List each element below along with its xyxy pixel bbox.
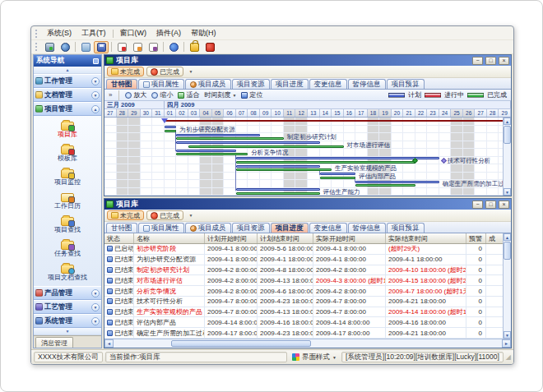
- scroll-down-button[interactable]: ▼: [504, 331, 511, 339]
- gantt-bar-plan[interactable]: [236, 157, 439, 159]
- tab-progress[interactable]: 项目进度: [271, 223, 309, 233]
- save-button[interactable]: [94, 41, 109, 53]
- fit-button[interactable]: 适合: [177, 90, 200, 99]
- tab-pauses[interactable]: 暂停信息: [348, 79, 386, 89]
- menu-help[interactable]: 帮助(H): [186, 27, 221, 39]
- tab-changes[interactable]: 变更信息: [309, 79, 347, 89]
- scrollbar-thumb[interactable]: [171, 340, 311, 347]
- tab-pauses[interactable]: 暂停信息: [348, 223, 386, 233]
- filter-finished-button[interactable]: 已完成: [146, 67, 183, 76]
- sidebar-group-product-management[interactable]: 产品管理▼: [34, 286, 101, 300]
- gantt-bar-actual[interactable]: [176, 137, 284, 140]
- filter-finished-button[interactable]: 已完成: [146, 210, 183, 220]
- minimize-button[interactable]: −: [472, 201, 483, 209]
- tab-properties[interactable]: 项目属性: [138, 223, 184, 233]
- menu-system[interactable]: 系统(S): [42, 27, 77, 39]
- tab-changes[interactable]: 变更信息: [309, 223, 347, 233]
- tab-message-management[interactable]: 消息管理: [35, 337, 73, 348]
- time-scale-button[interactable]: 时间刻度▼: [203, 90, 237, 99]
- gantt-bar-plan[interactable]: [236, 188, 320, 191]
- minimize-button[interactable]: −: [472, 57, 483, 65]
- tab-gantt[interactable]: 甘特图: [106, 223, 137, 233]
- close-button[interactable]: ×: [499, 201, 509, 209]
- sidebar-item-project-search[interactable]: 项目查找: [34, 217, 101, 233]
- gantt-bar-actual[interactable]: [236, 161, 415, 164]
- column-header-4[interactable]: 实际开始时间: [313, 233, 386, 243]
- column-header-2[interactable]: 计划开始时间: [205, 233, 258, 243]
- gantt-bar-plan[interactable]: [165, 126, 177, 128]
- pin-icon[interactable]: [93, 58, 99, 64]
- lock-button[interactable]: [187, 41, 202, 53]
- exit-button[interactable]: [202, 41, 217, 53]
- tab-members[interactable]: 项目成员: [185, 223, 231, 233]
- help-button[interactable]: [166, 41, 181, 53]
- tab-resources[interactable]: 项目资源: [232, 79, 270, 89]
- scrollbar-thumb[interactable]: [504, 126, 511, 144]
- menu-plugins[interactable]: 插件(A): [151, 27, 186, 39]
- chevron-down-icon[interactable]: ▼: [91, 289, 100, 297]
- menu-window[interactable]: 窗口(W): [115, 27, 152, 39]
- resize-grip[interactable]: ◢: [506, 354, 511, 361]
- table-row[interactable]: 已结束确定生产所需的加工过程2009-4-17 8:00:002009-4-23…: [104, 328, 511, 339]
- sidebar-item-template-library[interactable]: 模板库: [34, 145, 101, 162]
- sidebar-item-work-calendar[interactable]: 工作日历: [34, 193, 101, 210]
- zoom-out-button[interactable]: 缩小: [151, 90, 174, 99]
- interface-style-chooser[interactable]: 界面样式 ▼: [290, 353, 339, 362]
- gantt-bar-plan[interactable]: [236, 165, 320, 168]
- table-row[interactable]: 已结束对市场进行评估2009-4-2 8:00:002009-4-13 18:0…: [104, 275, 511, 286]
- gantt-bar-plan[interactable]: [320, 173, 356, 175]
- table-row[interactable]: 已结束技术可行性分析2009-4-7 8:00:002009-4-23 18:0…: [104, 297, 511, 307]
- sidebar-scroll-down[interactable]: ▼: [34, 328, 101, 335]
- chevron-up-icon[interactable]: ▲: [91, 105, 100, 113]
- filter-unfinished-button[interactable]: 未完成: [107, 67, 144, 76]
- gantt-bar-plan[interactable]: [176, 150, 236, 152]
- scroll-down-button[interactable]: ▼: [504, 188, 511, 196]
- workspace-button[interactable]: [42, 41, 57, 53]
- tab-properties[interactable]: 项目属性: [138, 79, 184, 89]
- tab-progress[interactable]: 项目进度: [271, 79, 309, 89]
- filter-unfinished-button[interactable]: 未完成: [107, 210, 144, 220]
- sidebar-item-project-doc-search[interactable]: 项目文档查找: [34, 265, 101, 281]
- sidebar-group-system-management[interactable]: 系统管理▼: [34, 314, 101, 328]
- filter-overflow-button[interactable]: ▼: [186, 67, 196, 76]
- folder-button[interactable]: [78, 41, 93, 53]
- gantt-toolbar-overflow[interactable]: »: [107, 91, 114, 99]
- scroll-left-button[interactable]: ◄: [104, 339, 114, 348]
- gantt-bar-plan[interactable]: [176, 134, 260, 136]
- table-row[interactable]: 已结束评估内部产品2009-4-14 8:00:002009-4-16 18:0…: [104, 317, 511, 328]
- gantt-bar-actual[interactable]: [236, 168, 332, 171]
- tab-resources[interactable]: 项目资源: [232, 223, 270, 233]
- globe-button[interactable]: [58, 41, 72, 53]
- maximize-button[interactable]: □: [485, 201, 496, 209]
- gantt-bar-actual[interactable]: [236, 192, 320, 195]
- column-header-6[interactable]: 预警: [466, 233, 486, 243]
- tab-budget[interactable]: 项目预算: [387, 79, 425, 89]
- table-row[interactable]: 已启动初步研究阶段2009-4-1 8:00:002009-5-6 18:00:…: [104, 244, 511, 255]
- table-row[interactable]: 已结束分析竞争情况2009-4-2 8:00:002009-4-6 18:00:…: [104, 286, 511, 297]
- gantt-bar-actual[interactable]: [176, 153, 248, 155]
- gantt-bar-actual[interactable]: [320, 177, 356, 179]
- gantt-bar-actual[interactable]: [165, 130, 177, 132]
- table-row[interactable]: 已结束生产实验室规模的产品2009-4-7 8:00:002009-4-13 1…: [104, 307, 511, 318]
- gantt-bar-plan[interactable]: [355, 181, 439, 183]
- sidebar-item-project-monitor[interactable]: 项目监控: [34, 169, 101, 186]
- chevron-down-icon[interactable]: ▼: [91, 91, 100, 99]
- filter-overflow-button[interactable]: ▼: [186, 210, 196, 220]
- column-header-5[interactable]: 实际结束时间: [386, 233, 466, 243]
- close-button[interactable]: ×: [499, 57, 509, 65]
- column-header-3[interactable]: 计划结束时间: [258, 233, 313, 243]
- maximize-button[interactable]: □: [485, 57, 496, 65]
- menu-tools[interactable]: 工具(T): [77, 27, 111, 39]
- report-del-button[interactable]: [146, 41, 160, 53]
- gantt-vertical-scrollbar[interactable]: ▲ ▼: [503, 118, 511, 196]
- table-row[interactable]: 已结束为初步研究分配资源2009-4-1 8:00:002009-4-1 18:…: [104, 255, 511, 265]
- chevron-down-icon[interactable]: ▼: [91, 317, 100, 325]
- sidebar-item-task-search[interactable]: 任务查找: [34, 241, 101, 257]
- scroll-up-button[interactable]: ▲: [504, 233, 511, 241]
- zoom-in-button[interactable]: 放大: [124, 90, 147, 99]
- sidebar-group-project-management[interactable]: 项目管理▲: [34, 102, 101, 116]
- tab-budget[interactable]: 项目预算: [387, 223, 425, 233]
- chevron-down-icon[interactable]: ▼: [91, 303, 100, 311]
- report-new-button[interactable]: [114, 41, 129, 53]
- scroll-up-button[interactable]: ▲: [504, 118, 511, 125]
